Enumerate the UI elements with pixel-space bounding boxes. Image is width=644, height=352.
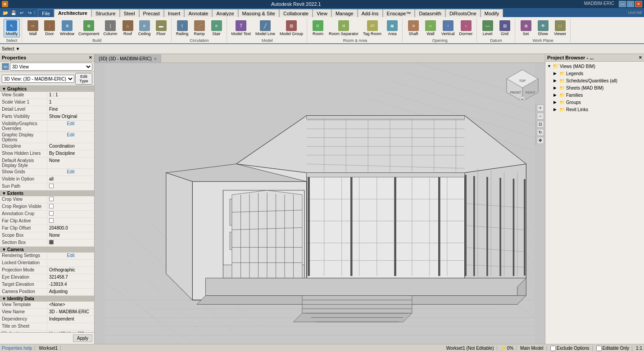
tab-precast[interactable]: Precast — [139, 9, 164, 17]
window-button[interactable]: ⊞Window — [58, 19, 76, 37]
component-button[interactable]: ⊕Component — [77, 19, 101, 37]
scale-display: 1:1 — [636, 346, 642, 351]
sun-path-checkbox[interactable] — [49, 184, 54, 188]
pb-item-schedules[interactable]: ▶ 📁 Schedules/Quantities (all) — [546, 77, 643, 84]
door-button[interactable]: 🚪Door — [41, 19, 58, 37]
annotation-crop-checkbox[interactable] — [49, 211, 54, 216]
zoom-in-button[interactable]: + — [537, 104, 544, 112]
tab-structure[interactable]: Structure — [91, 9, 120, 17]
tab-manage[interactable]: Manage — [331, 9, 358, 17]
dormer-button[interactable]: ⌂Dormer — [458, 19, 475, 37]
editable-only-checkbox[interactable] — [596, 346, 602, 351]
ribbon-group-room-area-content: ⊡Room ⊟Room Separator 🏷Tag Room ▦Area — [310, 19, 400, 37]
viewer-button[interactable]: □Viewer — [552, 19, 568, 37]
groups-folder-icon: 📁 — [559, 99, 565, 105]
crop-view-checkbox[interactable] — [49, 197, 54, 201]
tab-insert[interactable]: Insert — [164, 9, 185, 17]
select-bar-label[interactable]: Select ▼ — [2, 46, 20, 51]
room-button[interactable]: ⊡Room — [310, 19, 326, 37]
pb-item-groups[interactable]: ▶ 📁 Groups — [546, 99, 643, 106]
section-box-checkbox[interactable] — [49, 240, 54, 244]
tab-architecture[interactable]: Architecture — [54, 9, 91, 17]
column-button[interactable]: |Column — [102, 19, 119, 37]
pb-item-families[interactable]: ▶ 📁 Families — [546, 91, 643, 99]
rendering-settings-edit[interactable]: Edit — [47, 253, 94, 259]
floor-button[interactable]: ▬Floor — [153, 19, 169, 37]
area-button[interactable]: ▦Area — [384, 19, 400, 37]
project-browser-close[interactable]: ✕ — [639, 55, 642, 60]
far-clip-active-checkbox[interactable] — [49, 218, 54, 223]
close-button[interactable]: ✕ — [635, 1, 642, 7]
minimize-button[interactable]: — — [619, 1, 626, 7]
pb-item-views[interactable]: ▼ 📁 Views (MAD BIM) — [546, 63, 643, 70]
show-grids-edit[interactable]: Edit — [47, 169, 94, 176]
properties-help-label[interactable]: Properties help — [2, 346, 32, 351]
room-sep-button[interactable]: ⊟Room Separator — [327, 19, 360, 37]
tab-view[interactable]: View — [313, 9, 331, 17]
shaft-button[interactable]: ⊘Shaft — [405, 19, 422, 37]
tab-file[interactable]: File — [38, 9, 54, 17]
canvas-area[interactable]: TOP FRONT RIGHT NE + − ⊡ ↻ ✥ — [95, 63, 545, 344]
railing-button[interactable]: ⌇Railing — [174, 19, 190, 37]
apply-button[interactable]: Apply — [73, 334, 92, 342]
camera-section-header[interactable]: ▼ Camera — [0, 247, 94, 253]
model-line-button[interactable]: ╱Model Line — [254, 19, 277, 37]
tab-modify[interactable]: Modify — [481, 9, 503, 17]
tab-enscape[interactable]: Enscape™ — [383, 9, 415, 17]
maximize-button[interactable]: □ — [627, 1, 634, 7]
qa-open[interactable]: 📂 — [2, 9, 9, 16]
set-button[interactable]: ⊕Set — [518, 19, 534, 37]
modify-button[interactable]: ↖ Modify — [4, 19, 20, 37]
tab-collaborate[interactable]: Collaborate — [279, 9, 313, 17]
vertical-button[interactable]: ↕Vertical — [440, 19, 457, 37]
tag-room-button[interactable]: 🏷Tag Room — [361, 19, 383, 37]
tab-annotate[interactable]: Annotate — [184, 9, 212, 17]
pb-item-legends[interactable]: ▶ 📁 Legends — [546, 70, 643, 77]
model-group-button[interactable]: ⊞Model Group — [278, 19, 305, 37]
tab-steel[interactable]: Steel — [120, 9, 139, 17]
pan-button[interactable]: ✥ — [537, 137, 544, 144]
stair-button[interactable]: ≡Stair — [209, 19, 225, 37]
show-button[interactable]: 👁Show — [535, 19, 551, 37]
wall-button[interactable]: ▭Wall — [25, 19, 41, 37]
nav-cube[interactable]: TOP FRONT RIGHT NE — [504, 68, 540, 104]
zoom-out-button[interactable]: − — [537, 113, 544, 120]
edit-type-button[interactable]: Edit Type — [75, 73, 92, 85]
tab-analyze[interactable]: Analyze — [212, 9, 238, 17]
tab-diroots[interactable]: DiRootsOne — [445, 9, 481, 17]
view-tab-close[interactable]: ✕ — [154, 57, 157, 61]
view-tab-3d[interactable]: {3D} (3D - MADBIM-ERIC) ✕ — [95, 54, 161, 63]
pb-item-sheets[interactable]: ▶ 📁 Sheets (MAD BIM) — [546, 84, 643, 91]
window-controls[interactable]: MADBIM-ERIC — □ ✕ — [584, 1, 642, 7]
ramp-button[interactable]: ⋰Ramp — [191, 19, 208, 37]
wall-open-button[interactable]: ▭Wall — [422, 19, 439, 37]
view-name-dropdown[interactable]: 3D View: (3D - MADBIM-ERIC) — [2, 75, 74, 83]
workset-label: Workset1 — [39, 346, 58, 351]
graphics-section-header[interactable]: ▼ Graphics — [0, 86, 94, 92]
rotate-button[interactable]: ↻ — [537, 129, 544, 136]
graphic-display-edit[interactable]: Edit — [47, 132, 94, 143]
pb-item-revit-links[interactable]: ▶ 📁 Revit Links — [546, 106, 643, 113]
properties-close[interactable]: ✕ — [89, 55, 92, 60]
grid-button[interactable]: ⊞Grid — [497, 19, 513, 37]
roof-button[interactable]: ⌂Roof — [120, 19, 136, 37]
crop-region-checkbox[interactable] — [49, 204, 54, 208]
qa-redo[interactable]: ↪ — [26, 9, 33, 16]
qa-save[interactable]: 💾 — [10, 9, 17, 16]
tab-datasmith[interactable]: Datasmith — [415, 9, 445, 17]
model-text-button[interactable]: TModel Text — [230, 19, 253, 37]
qa-undo[interactable]: ↩ — [18, 9, 25, 16]
tab-addins[interactable]: Add-Ins — [358, 9, 383, 17]
identity-section-header[interactable]: ▼ Identity Data — [0, 296, 94, 302]
extents-section-header[interactable]: ▼ Extents — [0, 190, 94, 196]
model-text-label: Model Text — [231, 32, 251, 36]
vg-overrides-edit[interactable]: Edit — [47, 121, 94, 131]
editable-only-item: Editable Only — [596, 346, 632, 351]
zoom-fit-button[interactable]: ⊡ — [537, 121, 544, 128]
annotation-crop-label: Annotation Crop — [0, 211, 47, 217]
exclude-options-checkbox[interactable] — [550, 346, 556, 351]
ceiling-button[interactable]: ≡Ceiling — [136, 19, 153, 37]
tab-massing[interactable]: Massing & Site — [238, 9, 279, 17]
level-button[interactable]: —Level — [480, 19, 496, 37]
view-type-dropdown[interactable]: 3D View — [10, 63, 92, 71]
